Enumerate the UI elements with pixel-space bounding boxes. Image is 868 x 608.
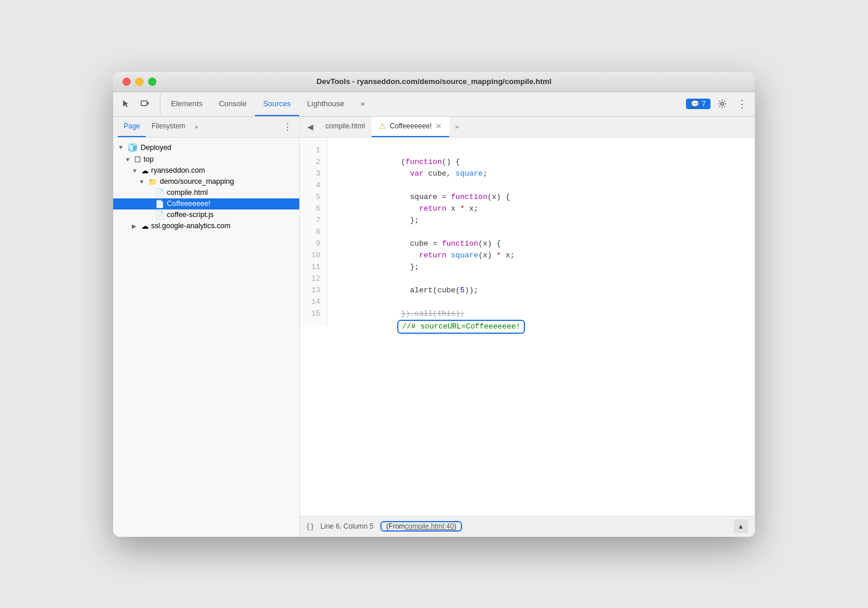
tab-close-button[interactable]: ✕ [435,122,442,130]
line-num-7: 7 [300,215,327,226]
file-icon: 📄 [155,188,164,197]
cloud-icon: ☁ [141,166,149,175]
code-line-14: }).call(this); [337,296,746,308]
source-link-highlight[interactable]: (From compile.html:40) [380,521,462,532]
svg-point-2 [721,103,724,106]
sidebar-tab-bar: Page Filesystem » ⋮ [113,117,299,138]
tab-lighthouse[interactable]: Lighthouse [299,92,353,116]
tree-item-top[interactable]: ▼ ☐ top [113,154,299,165]
sidebar-tree: ▼ 🧊 Deployed ▼ ☐ top ▼ ☁ ryanseddon.com [113,138,299,537]
code-panel: ◀ compile.html ⚠ Coffeeeeeee! ✕ » 1 [300,117,755,537]
cursor-icon[interactable] [118,96,134,112]
sidebar-menu-button[interactable]: ⋮ [281,121,295,132]
code-tab-bar: ◀ compile.html ⚠ Coffeeeeeee! ✕ » [300,117,755,138]
sidebar-tab-page[interactable]: Page [118,117,146,137]
more-menu-button[interactable]: ⋮ [734,96,750,112]
warning-icon: ⚠ [379,121,386,131]
title-bar: DevTools - ryanseddon.com/demo/source_ma… [113,72,755,92]
svg-rect-0 [141,101,147,106]
arrow-icon: ▼ [118,144,125,151]
close-button[interactable] [123,78,131,86]
code-line-8: cube = function(x) { [337,226,746,238]
code-line-4: square = function(x) { [337,180,746,191]
code-editor[interactable]: 1 2 3 4 5 6 7 8 9 10 11 12 13 14 [300,138,755,516]
pretty-print-button[interactable]: { } [307,522,313,530]
code-lines: (function() { var cube, square; square =… [328,138,755,327]
sidebar-tabs-more[interactable]: » [191,123,201,130]
tree-item-ssl-google[interactable]: ▶ ☁ ssl.google-analytics.com [113,221,299,232]
sidebar: Page Filesystem » ⋮ ▼ 🧊 Deployed ▼ [113,117,300,537]
source-link[interactable]: compile.html:40 [405,522,454,530]
code-line-1: (function() { [337,145,746,156]
status-bar: { } Line 6, Column 5 (From compile.html:… [300,516,755,537]
devtools-body: Page Filesystem » ⋮ ▼ 🧊 Deployed ▼ [113,117,755,537]
arrow-icon: ▼ [132,167,139,174]
settings-button[interactable] [714,96,730,112]
tree-label: ryanseddon.com [151,166,205,174]
code-line-12: alert(cube(5)); [337,273,746,285]
tree-item-coffeeeeeee[interactable]: 📄 Coffeeeeeee! [113,198,299,209]
code-tabs-more[interactable]: » [452,123,462,130]
arrow-icon: ▼ [125,156,132,163]
tree-label: top [144,155,153,163]
folder-icon: 📁 [148,177,158,186]
tree-item-ryanseddon[interactable]: ▼ ☁ ryanseddon.com [113,165,299,176]
chat-badge[interactable]: 💬 7 [686,99,710,109]
scroll-top-icon: ▲ [737,522,744,530]
tab-elements[interactable]: Elements [163,92,211,116]
devtools-tool-icons [118,92,160,116]
line-num-11: 11 [300,261,327,273]
line-num-9: 9 [300,238,327,250]
line-num-4: 4 [300,180,327,191]
line-num-14: 14 [300,296,327,308]
tree-label: Coffeeeeeee! [167,200,211,208]
line-numbers: 1 2 3 4 5 6 7 8 9 10 11 12 13 14 [300,138,328,327]
tab-more[interactable]: » [352,92,373,116]
code-tab-coffeeeeeee[interactable]: ⚠ Coffeeeeeee! ✕ [372,117,449,137]
maximize-button[interactable] [148,78,156,86]
line-num-12: 12 [300,273,327,285]
tab-sources[interactable]: Sources [255,92,299,116]
cloud-icon: ☁ [141,222,149,230]
sidebar-tab-filesystem[interactable]: Filesystem [146,117,191,137]
source-reference: (From compile.html:40) [380,521,462,532]
scroll-to-top-button[interactable]: ▲ [734,519,748,533]
tree-item-demo-folder[interactable]: ▼ 📁 demo/source_mapping [113,176,299,187]
cursor-position: Line 6, Column 5 [320,522,373,530]
tree-label: Deployed [141,144,172,152]
tree-item-compile-html[interactable]: 📄 compile.html [113,187,299,198]
status-right: ▲ [734,519,748,533]
minimize-button[interactable] [135,78,144,86]
line-num-3: 3 [300,168,327,180]
file-icon: 📄 [155,200,164,208]
top-icon: ☐ [134,155,141,164]
line-num-2: 2 [300,156,327,168]
collapse-button[interactable]: ◀ [302,118,318,135]
tree-item-deployed[interactable]: ▼ 🧊 Deployed [113,141,299,154]
tree-item-coffee-script[interactable]: 📄 coffee-script.js [113,209,299,221]
line-num-13: 13 [300,285,327,296]
chat-icon: 💬 [691,100,699,108]
tab-label: Coffeeeeeee! [390,122,432,130]
tab-console[interactable]: Console [211,92,255,116]
device-toggle-icon[interactable] [136,96,153,112]
traffic-lights [123,78,156,86]
tree-label: compile.html [167,188,208,197]
tree-label: ssl.google-analytics.com [151,222,230,230]
window-title: DevTools - ryanseddon.com/demo/source_ma… [317,77,552,86]
pretty-print-icon: { } [307,522,313,530]
arrow-icon: ▶ [132,223,139,229]
line-num-6: 6 [300,203,327,215]
line-num-15: 15 [300,308,327,320]
line-num-10: 10 [300,250,327,261]
devtools-tab-bar: Elements Console Sources Lighthouse » 💬 … [113,92,755,117]
arrow-icon: ▼ [139,179,146,185]
deployed-icon: 🧊 [127,142,138,153]
tab-label: compile.html [326,122,365,130]
file-icon: 📄 [155,211,164,219]
devtools-window: DevTools - ryanseddon.com/demo/source_ma… [113,72,755,537]
line-num-5: 5 [300,191,327,203]
code-content: 1 2 3 4 5 6 7 8 9 10 11 12 13 14 [300,138,755,327]
code-tab-compile-html[interactable]: compile.html [318,117,372,137]
line-num-8: 8 [300,226,327,238]
